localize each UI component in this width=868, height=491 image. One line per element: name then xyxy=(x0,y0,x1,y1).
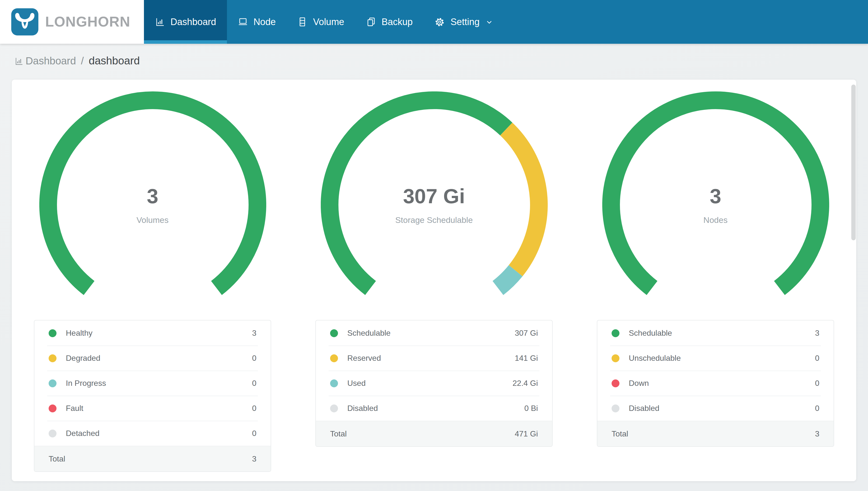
legend-total-row: Total 3 xyxy=(597,421,834,446)
top-nav-bar: LONGHORN Dashboard xyxy=(0,0,868,44)
legend-total-row: Total 471 Gi xyxy=(316,421,552,446)
gauge-segment-used xyxy=(498,271,515,288)
storage-schedulable-donut xyxy=(320,91,548,318)
tab-label: Setting xyxy=(451,17,479,27)
tab-label: Backup xyxy=(382,17,413,27)
volumes-gauge: 3 Volumes xyxy=(39,91,266,318)
tab-backup[interactable]: Backup xyxy=(355,0,424,44)
status-dot xyxy=(49,354,57,362)
chevron-down-icon xyxy=(485,18,494,26)
longhorn-logo-icon xyxy=(11,8,39,36)
legend-row-fault: Fault 0 xyxy=(34,396,271,421)
legend-row-disabled: Disabled 0 Bi xyxy=(316,396,552,421)
legend-row-detached: Detached 0 xyxy=(34,421,271,446)
status-dot xyxy=(612,329,619,337)
nodes-panel: 3 Nodes Schedulable 3 Unschedulable 0 D xyxy=(575,80,856,481)
brand: LONGHORN xyxy=(0,0,144,44)
legend-row-healthy: Healthy 3 xyxy=(34,320,271,346)
server-stack-icon xyxy=(298,17,308,27)
tab-label: Dashboard xyxy=(170,17,216,27)
status-dot xyxy=(330,354,338,362)
status-dot xyxy=(330,379,338,387)
volumes-legend: Healthy 3 Degraded 0 In Progress 0 Fault… xyxy=(34,320,271,472)
gear-icon xyxy=(434,17,445,27)
status-dot xyxy=(49,404,57,412)
tab-label: Node xyxy=(253,17,276,27)
tab-label: Volume xyxy=(313,17,344,27)
copy-icon xyxy=(366,17,376,27)
longhorn-app: LONGHORN Dashboard xyxy=(0,0,868,491)
legend-row-unschedulable: Unschedulable 0 xyxy=(597,346,834,371)
legend-row-in-progress: In Progress 0 xyxy=(34,371,271,396)
legend-row-down: Down 0 xyxy=(597,371,834,396)
gauge-segment-schedulable xyxy=(611,100,820,288)
storage-legend: Schedulable 307 Gi Reserved 141 Gi Used … xyxy=(315,320,553,447)
tab-dashboard[interactable]: Dashboard xyxy=(144,0,227,44)
nodes-donut xyxy=(602,91,829,318)
gauge-segment-healthy xyxy=(48,100,257,288)
legend-row-reserved: Reserved 141 Gi xyxy=(316,346,552,371)
breadcrumb: Dashboard / dashboard xyxy=(0,44,868,67)
tab-node[interactable]: Node xyxy=(227,0,287,44)
volumes-panel: 3 Volumes Healthy 3 Degraded 0 In Progr xyxy=(12,80,293,481)
tab-setting[interactable]: Setting xyxy=(424,0,504,44)
breadcrumb-current: dashboard xyxy=(89,55,140,67)
legend-row-used: Used 22.4 Gi xyxy=(316,371,552,396)
legend-row-disabled: Disabled 0 xyxy=(597,396,834,421)
status-dot xyxy=(330,329,338,337)
tab-volume[interactable]: Volume xyxy=(287,0,355,44)
status-dot xyxy=(330,404,338,412)
status-dot xyxy=(612,354,619,362)
volumes-donut xyxy=(39,91,266,318)
gauge-segment-schedulable xyxy=(329,100,506,288)
laptop-icon xyxy=(238,17,248,27)
storage-gauge: 307 Gi Storage Schedulable xyxy=(320,91,548,318)
status-dot xyxy=(612,379,619,387)
main-nav: Dashboard Node xyxy=(144,0,505,44)
brand-name: LONGHORN xyxy=(45,14,130,30)
nodes-legend: Schedulable 3 Unschedulable 0 Down 0 Dis… xyxy=(597,320,834,447)
bar-chart-icon xyxy=(14,56,24,66)
status-dot xyxy=(49,379,57,387)
status-dot xyxy=(49,429,57,437)
breadcrumb-separator: / xyxy=(81,55,84,67)
breadcrumb-root[interactable]: Dashboard xyxy=(26,55,76,67)
storage-panel: 307 Gi Storage Schedulable Schedulable 3… xyxy=(293,80,575,481)
status-dot xyxy=(49,329,57,337)
legend-row-schedulable: Schedulable 3 xyxy=(597,320,834,346)
status-dot xyxy=(612,404,619,412)
gauge-segment-reserved xyxy=(506,129,539,271)
legend-row-degraded: Degraded 0 xyxy=(34,346,271,371)
scrollbar-thumb[interactable] xyxy=(851,85,856,240)
active-tab-underline xyxy=(144,40,227,44)
bar-chart-icon xyxy=(155,17,165,27)
legend-total-row: Total 3 xyxy=(34,446,271,471)
dashboard-card: 3 Volumes Healthy 3 Degraded 0 In Progr xyxy=(12,80,856,481)
legend-row-schedulable: Schedulable 307 Gi xyxy=(316,320,552,346)
nodes-gauge: 3 Nodes xyxy=(602,91,829,318)
